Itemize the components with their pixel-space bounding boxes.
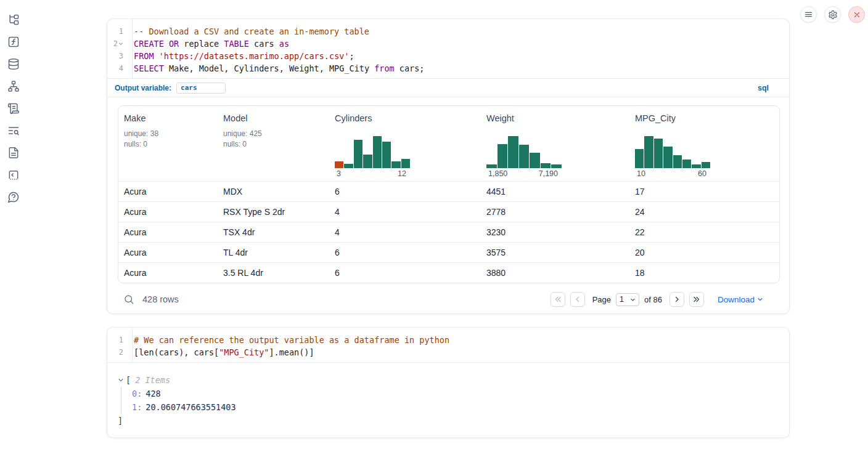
gear-icon (828, 10, 838, 20)
histogram-bar (682, 160, 691, 168)
download-label: Download (718, 295, 755, 304)
axis-min-label: 1,850 (488, 169, 507, 178)
snippets-code-icon[interactable] (7, 169, 20, 181)
histogram-bar (541, 163, 551, 168)
code-text: FROM 'https://datasets.marimo.app/cars.c… (128, 50, 789, 62)
fold-chevron-icon[interactable] (118, 39, 123, 48)
column-header-cylinders[interactable]: Cylinders 3 12 (329, 106, 481, 181)
table-cell: 17 (629, 187, 779, 196)
histogram-bar (354, 140, 362, 168)
search-icon[interactable] (123, 294, 134, 305)
code-text: [len(cars), cars["MPG_City"].mean()] (128, 346, 789, 358)
column-title: Make (124, 113, 213, 123)
table-cell: TSX 4dr (218, 227, 329, 237)
list-search-icon[interactable] (7, 124, 20, 137)
histogram-bar (663, 147, 672, 168)
tree-item: 0:428 (132, 387, 779, 400)
table-row: AcuraMDX6445117 (118, 181, 779, 201)
help-bubble-icon[interactable] (7, 191, 20, 203)
mpg-city-histogram: 10 60 (635, 136, 774, 178)
histogram-bar (391, 161, 400, 168)
chevron-down-icon (630, 297, 636, 302)
histogram-bar (382, 142, 391, 168)
chevrons-right-icon (693, 296, 700, 303)
download-button[interactable]: Download (718, 295, 763, 304)
page-select[interactable]: 1 (620, 295, 628, 304)
table-cell: Acura (118, 187, 218, 196)
menu-icon (804, 10, 813, 19)
histogram-bar (508, 136, 518, 168)
histogram-bar (373, 136, 382, 168)
python-code-editor[interactable]: 1# We can reference the output variable … (107, 328, 789, 363)
row-count: 428 rows (142, 294, 179, 304)
column-header-weight[interactable]: Weight 1,850 7,190 (481, 106, 629, 181)
settings-button[interactable] (824, 6, 841, 23)
next-page-button[interactable] (669, 292, 684, 307)
prev-page-button[interactable] (570, 292, 585, 307)
column-header-make[interactable]: Make unique: 38 nulls: 0 (118, 106, 218, 181)
database-icon[interactable] (7, 58, 20, 70)
code-line[interactable]: 2[len(cars), cars["MPG_City"].mean()] (107, 346, 789, 358)
code-text: -- Download a CSV and create an in-memor… (128, 25, 789, 38)
column-header-model[interactable]: Model unique: 425 nulls: 0 (218, 106, 329, 181)
language-badge: sql (758, 84, 769, 92)
column-stats: unique: 38 nulls: 0 (124, 129, 213, 150)
pagination: Page 1 of 86 (551, 292, 763, 307)
axis-max-label: 7,190 (539, 169, 558, 178)
sql-output-region: Make unique: 38 nulls: 0 Model unique: 4… (107, 97, 789, 315)
file-tree-icon[interactable] (7, 14, 20, 26)
table-cell: 20 (629, 248, 779, 257)
table-cell: 3.5 RL 4dr (218, 268, 329, 278)
scroll-icon[interactable] (7, 102, 20, 115)
last-page-button[interactable] (689, 292, 704, 307)
code-line[interactable]: 2CREATE OR replace TABLE cars as (107, 38, 789, 50)
table-cell: 6 (329, 187, 481, 196)
table-body: AcuraMDX6445117AcuraRSX Type S 2dr427782… (118, 181, 779, 283)
histogram-bar (551, 164, 562, 168)
table-cell: Acura (118, 207, 218, 217)
table-cell: 22 (629, 227, 779, 237)
code-line[interactable]: 4SELECT Make, Model, Cylinders, Weight, … (107, 62, 789, 75)
items-count-label: 2 Items (135, 373, 170, 387)
table-row: AcuraTL 4dr6357520 (118, 242, 779, 262)
first-page-button[interactable] (551, 292, 565, 307)
histogram-bar (654, 139, 663, 168)
histogram-bar (692, 164, 700, 168)
column-header-mpg-city[interactable]: MPG_City 10 60 (629, 106, 779, 181)
table-row: Acura3.5 RL 4dr6388018 (118, 262, 779, 283)
collapse-chevron-icon[interactable] (118, 377, 124, 383)
line-number: 1 (107, 25, 128, 38)
menu-button[interactable] (800, 6, 817, 23)
axis-max-label: 12 (398, 169, 406, 178)
table-cell: 6 (329, 248, 481, 257)
histogram-bar (344, 164, 353, 168)
table-header-row: Make unique: 38 nulls: 0 Model unique: 4… (118, 106, 779, 181)
python-cell: 1# We can reference the output variable … (107, 327, 790, 438)
column-title: Cylinders (335, 113, 476, 123)
tree-item: 1:20.060747663551403 (132, 400, 779, 414)
document-icon[interactable] (7, 147, 20, 159)
code-line[interactable]: 3FROM 'https://datasets.marimo.app/cars.… (107, 50, 789, 62)
column-title: MPG_City (635, 113, 774, 123)
stat-nulls: nulls: 0 (124, 139, 213, 150)
chevron-left-icon (574, 296, 581, 303)
dependency-graph-icon[interactable] (7, 80, 20, 92)
output-variable-label: Output variable: (115, 84, 171, 92)
table-footer: 428 rows (118, 283, 779, 315)
axis-min-label: 10 (637, 169, 645, 178)
open-bracket: [ (126, 373, 131, 387)
output-variable-input[interactable] (176, 83, 226, 94)
line-number: 2 (107, 38, 128, 50)
histogram-bar (530, 153, 540, 168)
shutdown-button[interactable] (848, 6, 865, 23)
sql-meta-bar: Output variable: sql (107, 79, 789, 97)
table-cell: 6 (329, 268, 481, 278)
item-value: 428 (145, 389, 160, 398)
code-line[interactable]: 1# We can reference the output variable … (107, 334, 789, 346)
sql-code-editor[interactable]: 1-- Download a CSV and create an in-memo… (107, 19, 789, 79)
code-line[interactable]: 1-- Download a CSV and create an in-memo… (107, 25, 789, 38)
histogram-bar (519, 145, 530, 168)
table-cell: 4451 (481, 187, 629, 196)
function-square-icon[interactable] (7, 36, 20, 48)
table-cell: Acura (118, 268, 218, 278)
